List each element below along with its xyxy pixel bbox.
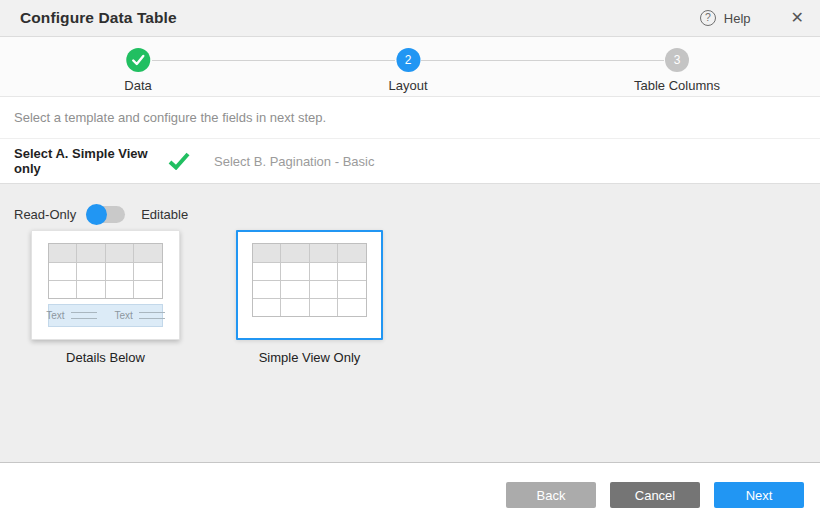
template-hint-row: Select a template and configure the fiel… xyxy=(0,97,820,139)
template-label-simple-view-only: Simple View Only xyxy=(259,350,361,365)
template-label-details-below: Details Below xyxy=(66,350,145,365)
header-actions: ? Help ✕ xyxy=(700,8,806,28)
mode-toggle[interactable] xyxy=(86,206,125,223)
cancel-button[interactable]: Cancel xyxy=(610,482,700,508)
step-label: Layout xyxy=(388,78,427,93)
wizard-stepper: Data 2 Layout 3 Table Columns xyxy=(0,37,820,97)
step-label: Table Columns xyxy=(634,78,720,93)
dialog-footer: Back Cancel Next xyxy=(0,463,820,526)
step-table-columns[interactable]: 3 Table Columns xyxy=(634,48,720,93)
detail-placeholder-lines xyxy=(71,312,97,319)
step-connector xyxy=(421,60,664,61)
selected-check-icon xyxy=(168,152,190,170)
step-connector xyxy=(152,60,395,61)
detail-placeholder-lines xyxy=(139,312,165,319)
mode-toggle-row: Read-Only Editable xyxy=(0,184,820,228)
check-icon xyxy=(131,54,145,66)
page-title: Configure Data Table xyxy=(20,9,177,27)
help-icon[interactable]: ? xyxy=(700,10,716,26)
mini-table-thumbnail xyxy=(48,243,163,299)
option-a-simple-view[interactable]: Select A. Simple View only xyxy=(14,146,166,176)
template-option-details-below: Text Text Details Below xyxy=(31,230,180,365)
configure-data-table-dialog: Configure Data Table ? Help ✕ Data 2 Lay… xyxy=(0,0,820,526)
layout-options-area: Read-Only Editable Text xyxy=(0,184,820,463)
editable-label: Editable xyxy=(141,207,188,222)
close-icon[interactable]: ✕ xyxy=(789,8,806,28)
dialog-header: Configure Data Table ? Help ✕ xyxy=(0,0,820,37)
step-number-badge: 2 xyxy=(396,48,420,72)
detail-placeholder-text: Text xyxy=(46,310,64,321)
next-button[interactable]: Next xyxy=(714,482,804,508)
mini-table-thumbnail xyxy=(252,243,367,317)
template-card-details-below[interactable]: Text Text xyxy=(31,230,180,340)
template-card-simple-view-only[interactable] xyxy=(236,230,383,340)
step-label: Data xyxy=(124,78,151,93)
toggle-knob[interactable] xyxy=(86,204,107,225)
help-button[interactable]: Help xyxy=(724,11,751,26)
template-cards-row: Text Text Details Below xyxy=(0,230,820,365)
template-option-simple-view-only: Simple View Only xyxy=(236,230,383,365)
read-only-label: Read-Only xyxy=(14,207,76,222)
detail-placeholder-text: Text xyxy=(115,310,133,321)
detail-strip-thumbnail: Text Text xyxy=(48,304,163,327)
template-selection-row: Select A. Simple View only Select B. Pag… xyxy=(0,139,820,184)
back-button[interactable]: Back xyxy=(506,482,596,508)
template-hint-text: Select a template and configure the fiel… xyxy=(14,110,326,125)
step-data[interactable]: Data xyxy=(124,48,151,93)
step-layout[interactable]: 2 Layout xyxy=(388,48,427,93)
step-number-badge: 3 xyxy=(665,48,689,72)
step-complete-icon xyxy=(126,48,150,72)
option-b-pagination-basic[interactable]: Select B. Pagination - Basic xyxy=(214,154,374,169)
